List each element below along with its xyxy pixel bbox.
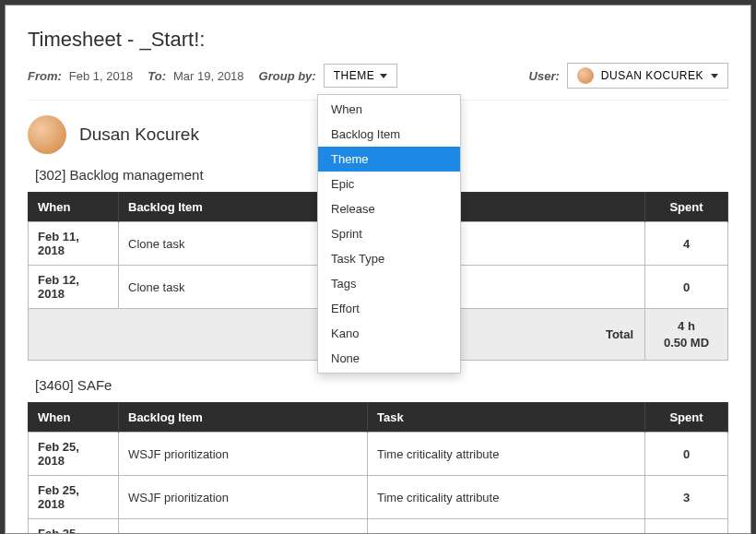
from-label: From: <box>28 69 62 83</box>
page-title: Timesheet - _Start!: <box>28 28 728 52</box>
user-dropdown[interactable]: DUSAN KOCUREK <box>567 63 728 89</box>
user-dropdown-label: DUSAN KOCUREK <box>601 69 703 82</box>
col-backlog: Backlog Item <box>119 403 368 433</box>
table-row[interactable]: Feb 25, 2018WSJF prioritizationTime crit… <box>29 476 728 519</box>
timesheet-table: WhenBacklog ItemTaskSpentFeb 25, 2018WSJ… <box>28 402 728 534</box>
to-label: To: <box>148 69 166 83</box>
col-when: When <box>29 193 119 222</box>
user-name: Dusan Kocurek <box>79 125 199 145</box>
table-row[interactable]: Feb 25, 2018WSJF prioritizationTime crit… <box>29 433 728 476</box>
col-task: Task <box>368 403 645 433</box>
menu-item-effort[interactable]: Effort <box>318 296 460 321</box>
table-row[interactable]: Feb 25, 2018SPLIT WSJF prioritizationWSJ… <box>29 519 728 534</box>
menu-item-task-type[interactable]: Task Type <box>318 246 460 271</box>
menu-item-sprint[interactable]: Sprint <box>318 221 460 246</box>
chevron-down-icon <box>711 74 718 78</box>
groupby-dropdown[interactable]: THEME <box>324 64 398 88</box>
menu-item-tags[interactable]: Tags <box>318 271 460 296</box>
avatar <box>28 115 66 154</box>
avatar-icon <box>577 67 594 84</box>
group-title: [3460] SAFe <box>35 377 728 393</box>
groupby-dropdown-label: THEME <box>334 69 375 82</box>
menu-item-none[interactable]: None <box>318 346 460 371</box>
col-when: When <box>29 403 119 433</box>
menu-item-when[interactable]: When <box>318 97 460 122</box>
menu-item-kano[interactable]: Kano <box>318 321 460 346</box>
chevron-down-icon <box>380 74 387 78</box>
user-label: User: <box>529 69 560 83</box>
menu-item-release[interactable]: Release <box>318 196 460 221</box>
col-spent: Spent <box>645 193 728 222</box>
to-value[interactable]: Mar 19, 2018 <box>173 69 244 83</box>
menu-item-epic[interactable]: Epic <box>318 172 460 196</box>
from-value[interactable]: Feb 1, 2018 <box>69 69 133 83</box>
menu-item-backlog-item[interactable]: Backlog Item <box>318 122 460 147</box>
groupby-menu[interactable]: WhenBacklog ItemThemeEpicReleaseSprintTa… <box>317 94 461 374</box>
groupby-label: Group by: <box>259 69 316 83</box>
menu-item-theme[interactable]: Theme <box>318 147 460 172</box>
col-spent: Spent <box>645 403 728 433</box>
